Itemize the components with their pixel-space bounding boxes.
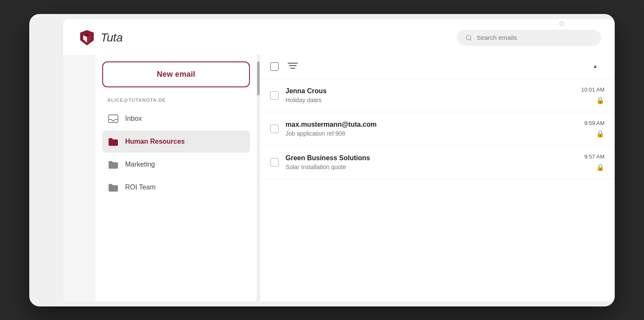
- sidebar-item-roi-label: ROI Team: [125, 184, 156, 191]
- new-email-label: New email: [157, 70, 196, 79]
- header: Tuta: [63, 19, 615, 55]
- sidebar: New email ALICE@TUTANOTA.DE Inbox: [95, 55, 257, 301]
- email-time-1: 10:01 AM: [581, 86, 605, 93]
- sort-arrow-icon: ▲: [593, 63, 598, 69]
- main-content: New email ALICE@TUTANOTA.DE Inbox: [63, 55, 615, 301]
- search-icon: [465, 34, 472, 42]
- email-row[interactable]: max.mustermann@tuta.com Job application …: [260, 112, 615, 146]
- email-content-1: Jenna Crous Holiday dates: [286, 87, 574, 103]
- email-list: ▲ Jenna Crous Holiday dates 10:01 AM 🔒: [260, 55, 615, 301]
- sidebar-item-marketing-label: Marketing: [125, 161, 155, 168]
- account-label: ALICE@TUTANOTA.DE: [102, 97, 250, 103]
- lock-icon-2: 🔒: [596, 130, 605, 138]
- scroll-divider: [257, 55, 260, 301]
- app-window: Tuta New email ALICE@: [63, 19, 615, 301]
- sidebar-item-inbox[interactable]: Inbox: [102, 108, 250, 130]
- folder-gray-marketing-icon: [107, 159, 119, 170]
- scroll-thumb[interactable]: [257, 61, 260, 95]
- sidebar-narrow: [63, 55, 95, 301]
- camera-dot: [560, 22, 564, 26]
- email-checkbox-1[interactable]: [270, 91, 279, 100]
- email-time-3: 9:57 AM: [584, 153, 605, 160]
- email-sender-2: max.mustermann@tuta.com: [286, 121, 577, 128]
- sidebar-item-hr-label: Human Resources: [125, 138, 185, 145]
- email-checkbox-3[interactable]: [270, 158, 279, 167]
- sidebar-item-human-resources[interactable]: Human Resources: [102, 131, 250, 153]
- lock-icon-1: 🔒: [596, 96, 605, 104]
- email-row[interactable]: Jenna Crous Holiday dates 10:01 AM 🔒: [260, 79, 615, 112]
- inbox-icon: [107, 113, 119, 125]
- sidebar-item-marketing[interactable]: Marketing: [102, 153, 250, 175]
- sidebar-item-inbox-label: Inbox: [125, 115, 142, 122]
- folder-gray-roi-icon: [107, 181, 119, 193]
- email-list-header: ▲: [260, 55, 615, 79]
- logo-area: Tuta: [77, 28, 123, 48]
- filter-lines-icon: [287, 61, 298, 70]
- email-meta-1: 10:01 AM 🔒: [581, 86, 605, 104]
- email-meta-2: 9:59 AM 🔒: [584, 120, 605, 138]
- email-subject-1: Holiday dates: [286, 97, 574, 103]
- email-row[interactable]: Green Business Solutions Solar Installat…: [260, 146, 615, 179]
- email-subject-3: Solar Installation quote: [286, 164, 577, 170]
- svg-rect-2: [109, 115, 118, 122]
- folder-red-icon: [107, 136, 119, 147]
- email-sender-1: Jenna Crous: [286, 87, 574, 95]
- email-subject-2: Job application ref:908: [286, 130, 577, 137]
- search-input[interactable]: [476, 34, 593, 41]
- lock-icon-3: 🔒: [596, 163, 605, 171]
- logo-text: Tuta: [101, 31, 123, 45]
- email-sender-3: Green Business Solutions: [286, 154, 577, 162]
- svg-line-1: [470, 39, 471, 40]
- tuta-logo-icon: [77, 28, 97, 48]
- email-checkbox-2[interactable]: [270, 125, 279, 133]
- select-all-checkbox[interactable]: [270, 62, 279, 71]
- filter-sort-icon[interactable]: [287, 61, 298, 72]
- sidebar-item-roi-team[interactable]: ROI Team: [102, 176, 250, 198]
- email-content-2: max.mustermann@tuta.com Job application …: [286, 121, 577, 137]
- device-frame: Tuta New email ALICE@: [29, 14, 615, 306]
- email-meta-3: 9:57 AM 🔒: [584, 153, 605, 171]
- new-email-button[interactable]: New email: [102, 61, 250, 87]
- search-bar[interactable]: [457, 30, 601, 46]
- email-time-2: 9:59 AM: [584, 120, 605, 126]
- email-content-3: Green Business Solutions Solar Installat…: [286, 154, 577, 170]
